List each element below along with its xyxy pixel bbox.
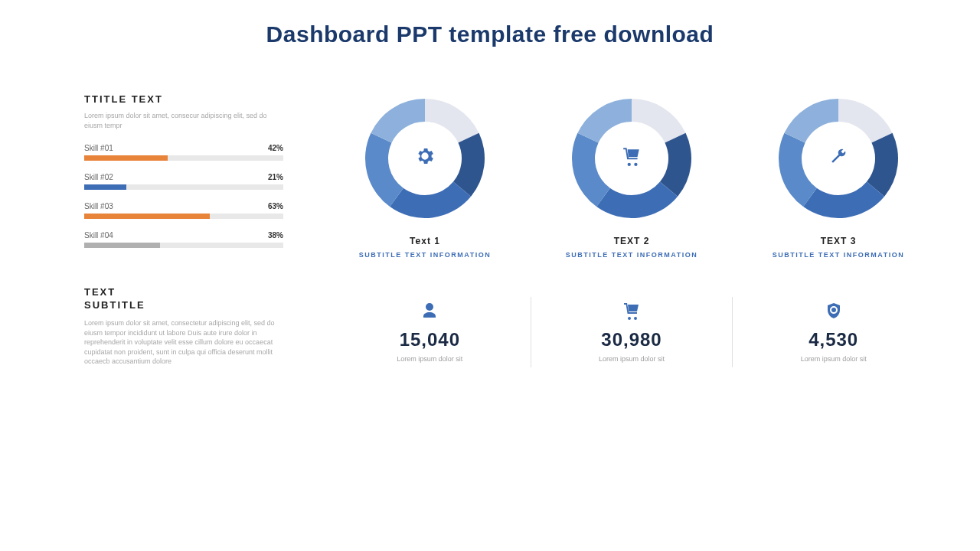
content-area: TTITLE TEXT Lorem ipsum dolor sit amet, …	[0, 47, 980, 380]
skill-pct: 21%	[268, 173, 283, 181]
donut-row: Text 1 SUBTITLE TEXT INFORMATION TEXT 2 …	[329, 93, 934, 259]
skill-label: Skill #03	[84, 202, 113, 210]
donut-chart	[567, 93, 697, 223]
bar-track	[84, 184, 283, 190]
left-column: TTITLE TEXT Lorem ipsum dolor sit amet, …	[84, 93, 283, 380]
donut-sub: SUBTITLE TEXT INFORMATION	[536, 251, 727, 259]
stat-value: 30,980	[531, 329, 733, 350]
bar-fill	[84, 184, 126, 190]
wrench-icon	[829, 147, 848, 170]
stat-value: 4,530	[733, 329, 934, 350]
stat-value: 15,040	[329, 329, 531, 350]
stat-caption: Lorem ipsum dolor sit	[531, 355, 733, 363]
skills-sub: Lorem ipsum dolor sit amet, consecur adi…	[84, 111, 283, 130]
stat-item: 30,980 Lorem ipsum dolor sit	[531, 297, 733, 367]
user-icon	[329, 302, 531, 323]
donut-sub: SUBTITLE TEXT INFORMATION	[743, 251, 934, 259]
stat-item: 4,530 Lorem ipsum dolor sit	[733, 297, 934, 367]
text-subtitle-block: TEXT SUBTITLE Lorem ipsum dolor sit amet…	[84, 286, 283, 367]
donut-label: TEXT 3	[743, 236, 934, 246]
donut-item: TEXT 2 SUBTITLE TEXT INFORMATION	[536, 93, 727, 259]
skills-heading: TTITLE TEXT	[84, 93, 283, 105]
text-subtitle-heading: TEXT SUBTITLE	[84, 286, 283, 312]
skill-row: Skill #04 38%	[84, 231, 283, 248]
text-subtitle-line2: SUBTITLE	[84, 299, 145, 311]
donut-chart	[360, 93, 490, 223]
gears-icon	[414, 145, 436, 171]
bar-fill	[84, 214, 210, 219]
donut-label: Text 1	[329, 236, 521, 246]
cart-icon	[622, 146, 642, 171]
page-title: Dashboard PPT template free download	[0, 0, 980, 47]
text-subtitle-line1: TEXT	[84, 286, 116, 298]
stat-item: 15,040 Lorem ipsum dolor sit	[329, 297, 531, 367]
stat-caption: Lorem ipsum dolor sit	[733, 355, 934, 363]
skill-label: Skill #02	[84, 173, 113, 181]
shield-icon	[733, 302, 934, 323]
bar-fill	[84, 243, 160, 248]
skill-row: Skill #03 63%	[84, 202, 283, 219]
bar-fill	[84, 155, 168, 161]
donut-chart	[773, 93, 903, 223]
bar-track	[84, 214, 283, 219]
skill-label: Skill #01	[84, 144, 113, 152]
stat-caption: Lorem ipsum dolor sit	[329, 355, 531, 363]
right-column: Text 1 SUBTITLE TEXT INFORMATION TEXT 2 …	[283, 93, 934, 380]
text-subtitle-body: Lorem ipsum dolor sit amet, consectetur …	[84, 318, 283, 367]
skill-pct: 42%	[268, 144, 283, 152]
skill-row: Skill #02 21%	[84, 173, 283, 190]
skill-label: Skill #04	[84, 231, 113, 240]
donut-item: TEXT 3 SUBTITLE TEXT INFORMATION	[743, 93, 934, 259]
donut-label: TEXT 2	[536, 236, 727, 246]
donut-item: Text 1 SUBTITLE TEXT INFORMATION	[329, 93, 521, 259]
skills-block: TTITLE TEXT Lorem ipsum dolor sit amet, …	[84, 93, 283, 248]
cart-icon	[531, 302, 733, 323]
skill-row: Skill #01 42%	[84, 144, 283, 161]
skill-pct: 38%	[268, 231, 283, 240]
bar-track	[84, 155, 283, 161]
donut-sub: SUBTITLE TEXT INFORMATION	[329, 251, 521, 259]
stats-row: 15,040 Lorem ipsum dolor sit 30,980 Lore…	[329, 297, 934, 367]
bar-track	[84, 243, 283, 248]
skill-pct: 63%	[268, 202, 283, 210]
